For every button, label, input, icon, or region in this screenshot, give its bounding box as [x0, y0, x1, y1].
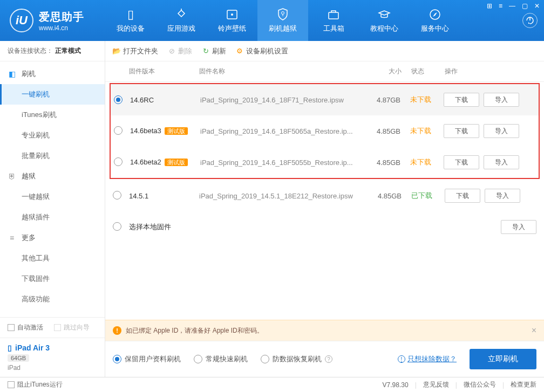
- button-label: 打开文件夹: [123, 46, 158, 56]
- radio-firmware[interactable]: [114, 95, 123, 104]
- table-row[interactable]: 14.6RCiPad_Spring_2019_14.6_18F71_Restor…: [111, 84, 539, 115]
- nav-ringtones[interactable]: 铃声壁纸: [207, 0, 257, 41]
- firmware-name: iPad_Spring_2019_14.6_18F71_Restore.ipsw: [200, 96, 344, 104]
- sidebar-item-jb-plugins[interactable]: 越狱插件: [0, 207, 105, 228]
- nav-tutorials[interactable]: 教程中心: [359, 0, 410, 41]
- menu-icon[interactable]: ≡: [499, 2, 502, 10]
- maximize-icon[interactable]: ▢: [522, 2, 528, 10]
- header: iU 爱思助手 www.i4.cn ▯ 我的设备 应用游戏 铃声壁纸 刷机越狱 …: [0, 0, 544, 41]
- firmware-status: 未下载: [410, 127, 431, 135]
- help-icon[interactable]: ?: [325, 355, 332, 363]
- window-controls: ⊞ ≡ — ▢ ✕: [487, 2, 540, 10]
- radio-firmware[interactable]: [113, 191, 121, 200]
- wechat-link[interactable]: 微信公众号: [464, 380, 496, 389]
- sidebar-group-label: 更多: [22, 233, 36, 243]
- stop-itunes-checkbox[interactable]: 阻止iTunes运行: [8, 380, 63, 389]
- close-icon[interactable]: ✕: [534, 2, 540, 10]
- gear-icon: ⚙: [236, 47, 243, 55]
- check-update-link[interactable]: 检查更新: [511, 380, 536, 389]
- import-button[interactable]: 导入: [501, 220, 536, 234]
- sidebar-item-pro-flash[interactable]: 专业刷机: [0, 125, 105, 146]
- shield-small-icon: ⛨: [8, 172, 16, 181]
- download-button[interactable]: 下载: [444, 93, 479, 107]
- pin-icon[interactable]: ⊞: [487, 2, 492, 10]
- open-folder-button[interactable]: 📂 打开文件夹: [113, 46, 158, 56]
- folder-icon: 📂: [113, 47, 120, 55]
- beta-badge: 测试版: [165, 159, 188, 166]
- option-anti-recovery[interactable]: 防数据恢复刷机 ?: [261, 354, 332, 364]
- sidebar-item-itunes-flash[interactable]: iTunes刷机: [0, 105, 105, 125]
- delete-button[interactable]: ⊘ 删除: [168, 46, 192, 56]
- import-button[interactable]: 导入: [484, 124, 519, 138]
- nav-apps[interactable]: 应用游戏: [156, 0, 207, 41]
- option-keep-data[interactable]: 保留用户资料刷机: [113, 354, 181, 364]
- delete-icon: ⊘: [168, 47, 175, 55]
- svg-point-2: [282, 12, 284, 15]
- firmware-version: 14.6RC: [130, 96, 154, 104]
- nav-label: 应用游戏: [167, 24, 195, 33]
- erase-data-link[interactable]: ! 只想抹除数据？: [398, 354, 457, 364]
- sidebar-group-label: 越狱: [22, 171, 36, 181]
- download-button[interactable]: 下载: [445, 189, 480, 203]
- sidebar-group-jailbreak[interactable]: ⛨ 越狱: [0, 166, 105, 187]
- sidebar-item-oneclick-flash[interactable]: 一键刷机: [0, 84, 105, 105]
- sidebar-group-more[interactable]: ≡ 更多: [0, 228, 105, 248]
- sidebar-item-oneclick-jb[interactable]: 一键越狱: [0, 187, 105, 207]
- refresh-button[interactable]: ↻ 刷新: [202, 46, 226, 56]
- nav-label: 铃声壁纸: [218, 24, 246, 33]
- sidebar-item-batch-flash[interactable]: 批量刷机: [0, 146, 105, 166]
- download-button[interactable]: 下载: [444, 155, 479, 169]
- flash-options: 保留用户资料刷机 常规快速刷机 防数据恢复刷机 ? ! 只想抹除数据？ 立即刷机: [105, 341, 544, 377]
- import-button[interactable]: 导入: [484, 155, 519, 169]
- table-body: 14.6RCiPad_Spring_2019_14.6_18F71_Restor…: [105, 82, 544, 320]
- download-button[interactable]: 下载: [444, 124, 479, 138]
- highlighted-rows: 14.6RCiPad_Spring_2019_14.6_18F71_Restor…: [110, 83, 540, 179]
- checkbox-label: 跳过向导: [64, 324, 90, 331]
- radio-firmware[interactable]: [114, 126, 123, 135]
- sidebar-item-other-tools[interactable]: 其他工具: [0, 248, 105, 269]
- button-label: 刷新: [212, 46, 226, 56]
- skip-wizard-checkbox[interactable]: 跳过向导: [54, 323, 90, 332]
- firmware-size: 4.87GB: [377, 96, 400, 104]
- warning-text: 如已绑定 Apple ID，请准备好 Apple ID和密码。: [126, 326, 263, 335]
- import-button[interactable]: 导入: [485, 189, 520, 203]
- import-button[interactable]: 导入: [484, 93, 519, 107]
- sidebar-item-download-fw[interactable]: 下载固件: [0, 269, 105, 289]
- warning-icon: !: [113, 326, 121, 335]
- firmware-name: iPad_Spring_2019_14.5.1_18E212_Restore.i…: [199, 192, 353, 200]
- app-url: www.i4.cn: [39, 24, 84, 32]
- version-label: V7.98.30: [383, 381, 409, 389]
- nav-my-device[interactable]: ▯ 我的设备: [105, 0, 156, 41]
- more-icon: ≡: [8, 233, 16, 242]
- option-label: 保留用户资料刷机: [125, 354, 181, 364]
- flash-now-button[interactable]: 立即刷机: [470, 349, 536, 369]
- table-row[interactable]: 14.5.1iPad_Spring_2019_14.5.1_18E212_Res…: [105, 180, 544, 211]
- settings-button[interactable]: ⚙ 设备刷机设置: [236, 46, 288, 56]
- radio-icon: [261, 355, 269, 363]
- sidebar-item-advanced[interactable]: 高级功能: [0, 289, 105, 310]
- warning-close-button[interactable]: ×: [532, 326, 536, 335]
- beta-badge: 测试版: [165, 127, 188, 135]
- nav-toolbox[interactable]: 工具箱: [308, 0, 359, 41]
- device-info[interactable]: ▯ iPad Air 3 64GB iPad: [0, 338, 105, 377]
- nav-service[interactable]: 服务中心: [410, 0, 460, 41]
- nav-label: 刷机越狱: [269, 24, 297, 33]
- nav-flash[interactable]: 刷机越狱: [257, 0, 308, 41]
- auto-activate-checkbox[interactable]: 自动激活: [8, 323, 43, 332]
- sidebar-group-flash[interactable]: ◧ 刷机: [0, 64, 105, 84]
- checkbox-label: 自动激活: [17, 324, 43, 331]
- minimize-icon[interactable]: —: [509, 2, 515, 10]
- flash-icon: ◧: [8, 70, 16, 78]
- radio-firmware[interactable]: [114, 157, 123, 166]
- top-nav: ▯ 我的设备 应用游戏 铃声壁纸 刷机越狱 工具箱 教程中心 服务中心: [105, 0, 522, 41]
- table-row[interactable]: 14.6beta3测试版iPad_Spring_2019_14.6_18F506…: [111, 115, 539, 147]
- radio-local[interactable]: [113, 222, 121, 231]
- nav-label: 服务中心: [421, 24, 449, 33]
- compass-icon: [429, 8, 441, 22]
- firmware-status: 未下载: [410, 158, 431, 166]
- device-storage: 64GB: [8, 354, 29, 362]
- feedback-link[interactable]: 意见反馈: [423, 380, 449, 389]
- table-row[interactable]: 14.6beta2测试版iPad_Spring_2019_14.6_18F505…: [111, 147, 539, 178]
- option-normal[interactable]: 常规快速刷机: [194, 354, 248, 364]
- sync-button[interactable]: [522, 13, 538, 28]
